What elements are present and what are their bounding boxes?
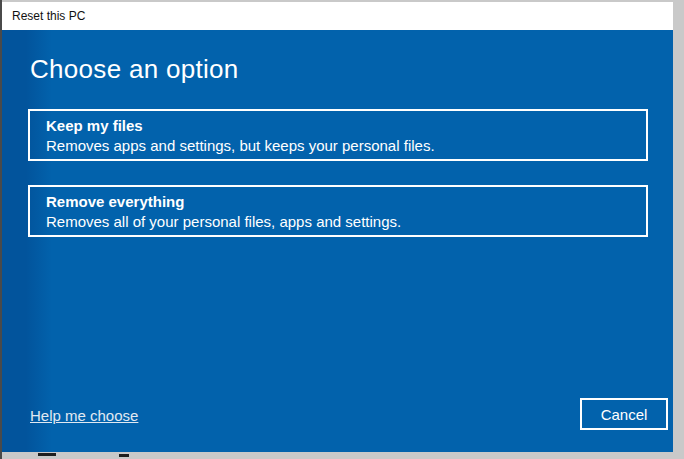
help-me-choose-link[interactable]: Help me choose: [30, 407, 138, 424]
option-description: Removes apps and settings, but keeps you…: [46, 136, 636, 156]
background-artifact: [38, 453, 56, 456]
option-description: Removes all of your personal files, apps…: [46, 212, 636, 232]
dialog-body: Choose an option Keep my files Removes a…: [2, 30, 673, 452]
option-remove-everything[interactable]: Remove everything Removes all of your pe…: [28, 185, 648, 237]
window-title: Reset this PC: [12, 9, 85, 23]
background-artifact: [119, 454, 129, 457]
option-title: Keep my files: [46, 115, 636, 136]
cancel-button[interactable]: Cancel: [580, 398, 668, 430]
option-title: Remove everything: [46, 191, 636, 212]
screen: RECOVERY Reset this PC Choose an option …: [0, 0, 684, 459]
option-keep-my-files[interactable]: Keep my files Removes apps and settings,…: [28, 109, 648, 161]
titlebar: Reset this PC: [2, 2, 673, 30]
reset-pc-dialog: Reset this PC Choose an option Keep my f…: [2, 2, 673, 452]
page-title: Choose an option: [30, 54, 239, 85]
